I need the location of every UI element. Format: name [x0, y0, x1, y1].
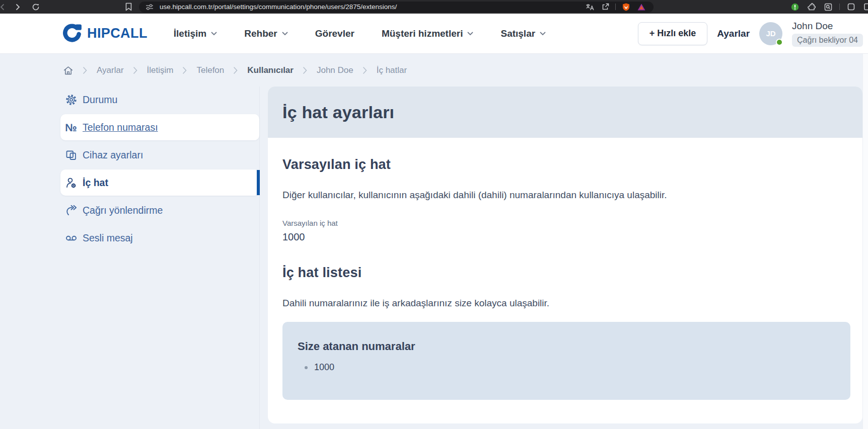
- header-actions: + Hızlı ekle Ayarlar JD John Doe Çağrı b…: [638, 21, 863, 47]
- gear-icon: [64, 94, 78, 106]
- nav-label: Satışlar: [500, 28, 535, 39]
- breadcrumb-item-ic-hatlar[interactable]: İç hatlar: [377, 65, 407, 75]
- breadcrumb-separator-icon: [303, 67, 307, 74]
- breadcrumb-separator-icon: [363, 67, 367, 74]
- person-gear-icon: [64, 177, 78, 189]
- toolbar-divider: [839, 4, 840, 10]
- nav-item-musteri-hizmetleri[interactable]: Müşteri hizmetleri: [382, 28, 474, 39]
- toolbar-divider: [615, 4, 616, 10]
- zoom-search-icon[interactable]: [823, 2, 834, 13]
- user-name: John Doe: [792, 21, 863, 32]
- breadcrumb: Ayarlar İletişim Telefon Kullanıcılar Jo…: [0, 54, 868, 87]
- nav-label: Müşteri hizmetleri: [382, 28, 463, 39]
- address-bar[interactable]: use.hipcall.com.tr/portal/settings/commu…: [139, 2, 654, 13]
- sidebar-item-label: Telefon numarası: [83, 122, 158, 133]
- green-extension-icon[interactable]: [789, 2, 801, 13]
- avatar-initials: JD: [766, 29, 775, 38]
- nav-item-gorevler[interactable]: Görevler: [315, 28, 354, 39]
- url-text[interactable]: use.hipcall.com.tr/portal/settings/commu…: [160, 3, 580, 11]
- nav-label: Rehber: [244, 28, 277, 39]
- chevron-down-icon: [211, 32, 217, 36]
- breadcrumb-item-ayarlar[interactable]: Ayarlar: [97, 65, 124, 75]
- assigned-numbers-box: Size atanan numaralar 1000: [282, 322, 850, 400]
- breadcrumb-separator-icon: [133, 67, 137, 74]
- breadcrumb-item-kullanicilar[interactable]: Kullanıcılar: [247, 65, 294, 75]
- extension-list-heading: İç hat listesi: [282, 265, 850, 281]
- main-nav: İletişim Rehber Görevler Müşteri hizmetl…: [174, 28, 546, 39]
- default-extension-field-label: Varsayılan iç hat: [282, 219, 850, 227]
- logo-text: HIPCALL: [87, 26, 148, 41]
- default-extension-description: Diğer kullanıcılar, kullanıcının aşağıda…: [282, 190, 850, 201]
- quick-add-button[interactable]: + Hızlı ekle: [638, 22, 708, 45]
- nav-item-satislar[interactable]: Satışlar: [500, 28, 546, 39]
- assigned-numbers-title: Size atanan numaralar: [298, 340, 835, 353]
- extension-list-description: Dahili numaralarınız ile iş arkadaşların…: [282, 298, 850, 309]
- user-info: John Doe Çağrı bekliyor 04: [792, 21, 863, 47]
- nav-label: İletişim: [174, 28, 206, 39]
- menu-partial-icon[interactable]: [862, 2, 868, 13]
- panel-body: Varsayılan iç hat Diğer kullanıcılar, ku…: [268, 138, 862, 400]
- assigned-number-value: 1000: [314, 362, 334, 373]
- share-icon[interactable]: [600, 2, 611, 13]
- breadcrumb-item-telefon[interactable]: Telefon: [196, 65, 224, 75]
- breadcrumb-separator-icon: [183, 67, 187, 74]
- page-scrollbar[interactable]: [862, 14, 868, 429]
- chevron-down-icon: [282, 32, 288, 36]
- app-header: HIPCALL İletişim Rehber Görevler Müşteri…: [0, 14, 868, 54]
- voicemail-icon: [64, 232, 78, 244]
- status-badge[interactable]: Çağrı bekliyor 04: [792, 34, 863, 47]
- numero-icon: №: [64, 122, 78, 133]
- triangle-extension-icon[interactable]: [636, 2, 647, 13]
- assigned-number-item: 1000: [298, 362, 835, 373]
- chevron-down-icon: [467, 32, 473, 36]
- hipcall-logo-icon: [59, 23, 83, 44]
- breadcrumb-item-iletisim[interactable]: İletişim: [147, 65, 174, 75]
- settings-link[interactable]: Ayarlar: [717, 28, 750, 39]
- breadcrumb-item-john-doe[interactable]: John Doe: [317, 65, 353, 75]
- site-info-icon[interactable]: [144, 2, 155, 13]
- reload-icon[interactable]: [30, 2, 41, 13]
- sidebar-item-telefon-numarasi[interactable]: № Telefon numarası: [60, 114, 259, 140]
- sidebar-item-cihaz-ayarlari[interactable]: Cihaz ayarları: [60, 142, 259, 168]
- main-panel: İç hat ayarları Varsayılan iç hat Diğer …: [268, 87, 862, 423]
- puzzle-extensions-icon[interactable]: [806, 2, 817, 13]
- sidebar-item-sesli-mesaj[interactable]: Sesli mesaj: [60, 225, 259, 251]
- forward-icon[interactable]: [12, 2, 23, 13]
- avatar[interactable]: JD: [759, 22, 782, 45]
- sidebar-item-cagri-yonlendirme[interactable]: Çağrı yönlendirme: [60, 197, 259, 223]
- sidebar-item-durumu[interactable]: Durumu: [60, 87, 259, 113]
- translate-icon[interactable]: [584, 2, 595, 13]
- content-layout: Durumu № Telefon numarası Cihaz ayarları…: [0, 87, 868, 429]
- browser-toolbar: use.hipcall.com.tr/portal/settings/commu…: [0, 0, 868, 14]
- back-icon[interactable]: [0, 2, 8, 13]
- shield-extension-icon[interactable]: [620, 2, 631, 13]
- sidebar-item-label: Sesli mesaj: [83, 232, 133, 244]
- sidebar-item-label: Cihaz ayarları: [83, 149, 143, 161]
- sidebar-item-label: Çağrı yönlendirme: [83, 205, 163, 216]
- default-extension-value: 1000: [282, 231, 850, 243]
- page-title: İç hat ayarları: [282, 103, 394, 122]
- profile-square-icon[interactable]: [845, 2, 856, 13]
- chevron-down-icon: [540, 32, 546, 36]
- home-icon[interactable]: [63, 65, 74, 75]
- hipcall-logo[interactable]: HIPCALL: [59, 23, 148, 44]
- nav-item-rehber[interactable]: Rehber: [244, 28, 287, 39]
- call-forward-icon: [64, 204, 78, 217]
- breadcrumb-separator-icon: [234, 67, 238, 74]
- sidebar-item-ic-hat[interactable]: İç hat: [60, 169, 259, 196]
- sidebar-item-label: İç hat: [83, 177, 108, 189]
- devices-icon: [64, 149, 78, 161]
- sidebar-item-label: Durumu: [83, 94, 117, 106]
- settings-sidebar: Durumu № Telefon numarası Cihaz ayarları…: [0, 87, 260, 429]
- default-extension-heading: Varsayılan iç hat: [282, 157, 850, 173]
- nav-item-iletisim[interactable]: İletişim: [174, 28, 217, 39]
- bullet-icon: [305, 366, 308, 369]
- nav-label: Görevler: [315, 28, 354, 39]
- bookmark-icon[interactable]: [123, 2, 134, 13]
- online-status-dot: [776, 39, 783, 46]
- panel-header: İç hat ayarları: [268, 87, 862, 138]
- breadcrumb-separator-icon: [83, 67, 87, 74]
